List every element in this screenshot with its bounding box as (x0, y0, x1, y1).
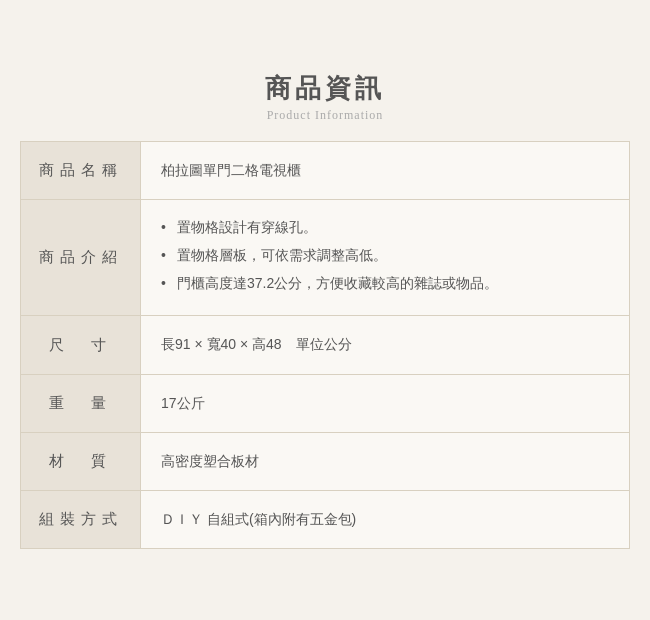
table-row: 商品名稱柏拉圖單門二格電視櫃 (21, 142, 629, 200)
row-value: 長91 × 寬40 × 高48 單位公分 (141, 316, 629, 373)
list-item: 門櫃高度達37.2公分，方便收藏較高的雜誌或物品。 (161, 272, 498, 296)
row-label: 材 質 (21, 433, 141, 490)
table-row: 尺 寸長91 × 寬40 × 高48 單位公分 (21, 316, 629, 374)
row-value: 高密度塑合板材 (141, 433, 629, 490)
row-value: ＤＩＹ 自組式(箱內附有五金包) (141, 491, 629, 548)
table-row: 重 量17公斤 (21, 375, 629, 433)
info-table: 商品名稱柏拉圖單門二格電視櫃商品介紹置物格設計有穿線孔。置物格層板，可依需求調整… (20, 141, 630, 549)
row-label: 重 量 (21, 375, 141, 432)
page-subtitle: Product Information (20, 108, 630, 123)
row-value: 置物格設計有穿線孔。置物格層板，可依需求調整高低。門櫃高度達37.2公分，方便收… (141, 200, 629, 315)
product-info-container: 商品資訊 Product Information 商品名稱柏拉圖單門二格電視櫃商… (20, 61, 630, 559)
table-row: 商品介紹置物格設計有穿線孔。置物格層板，可依需求調整高低。門櫃高度達37.2公分… (21, 200, 629, 316)
list-item: 置物格層板，可依需求調整高低。 (161, 244, 498, 268)
row-label: 尺 寸 (21, 316, 141, 373)
row-label: 組裝方式 (21, 491, 141, 548)
table-row: 組裝方式ＤＩＹ 自組式(箱內附有五金包) (21, 491, 629, 548)
table-row: 材 質高密度塑合板材 (21, 433, 629, 491)
page-title: 商品資訊 (20, 71, 630, 106)
list-item: 置物格設計有穿線孔。 (161, 216, 498, 240)
row-label: 商品介紹 (21, 200, 141, 315)
row-value: 17公斤 (141, 375, 629, 432)
row-value: 柏拉圖單門二格電視櫃 (141, 142, 629, 199)
header: 商品資訊 Product Information (20, 71, 630, 123)
row-label: 商品名稱 (21, 142, 141, 199)
